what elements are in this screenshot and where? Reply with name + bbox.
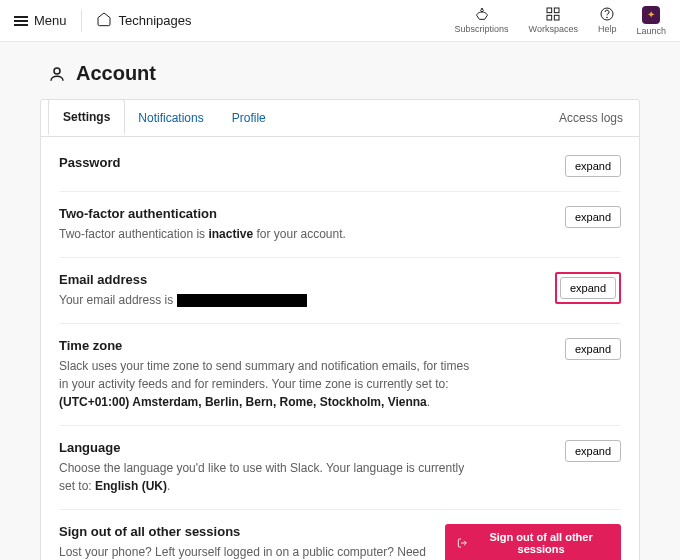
signout-desc: Lost your phone? Left yourself logged in… — [59, 543, 433, 560]
svg-rect-3 — [555, 15, 560, 20]
section-timezone: Time zone Slack uses your time zone to s… — [59, 324, 621, 426]
workspaces-button[interactable]: Workspaces — [529, 6, 578, 34]
signout-button[interactable]: Sign out of all other sessions — [445, 524, 621, 560]
timezone-title: Time zone — [59, 338, 479, 353]
svg-point-6 — [54, 68, 60, 74]
twofa-desc: Two-factor authentication is inactive fo… — [59, 225, 346, 243]
email-title: Email address — [59, 272, 307, 287]
tab-access-logs[interactable]: Access logs — [551, 101, 631, 135]
user-icon — [48, 65, 66, 83]
rocket-icon — [474, 6, 490, 22]
section-twofa: Two-factor authentication Two-factor aut… — [59, 192, 621, 258]
page-title: Account — [76, 62, 156, 85]
svg-rect-1 — [555, 8, 560, 13]
signout-icon — [457, 537, 468, 549]
divider — [81, 10, 82, 32]
help-icon — [599, 6, 615, 22]
language-title: Language — [59, 440, 479, 455]
topbar: Menu Technipages Subscriptions Workspace… — [0, 0, 680, 42]
password-expand-button[interactable]: expand — [565, 155, 621, 177]
svg-rect-0 — [547, 8, 552, 13]
workspace-name: Technipages — [119, 13, 192, 28]
sections: Password expand Two-factor authenticatio… — [41, 137, 639, 560]
section-password: Password expand — [59, 141, 621, 192]
tab-profile[interactable]: Profile — [218, 101, 280, 135]
twofa-title: Two-factor authentication — [59, 206, 346, 221]
tab-notifications[interactable]: Notifications — [124, 101, 217, 135]
subscriptions-button[interactable]: Subscriptions — [455, 6, 509, 34]
timezone-desc: Slack uses your time zone to send summar… — [59, 357, 479, 411]
email-expand-button[interactable]: expand — [560, 277, 616, 299]
email-expand-highlight: expand — [555, 272, 621, 304]
signout-title: Sign out of all other sessions — [59, 524, 433, 539]
home-icon — [96, 11, 112, 30]
tabs: Settings Notifications Profile Access lo… — [41, 100, 639, 137]
twofa-expand-button[interactable]: expand — [565, 206, 621, 228]
grid-icon — [545, 6, 561, 22]
section-signout: Sign out of all other sessions Lost your… — [59, 510, 621, 560]
menu-button[interactable]: Menu — [14, 13, 67, 28]
email-redacted — [177, 294, 307, 307]
page-header: Account — [48, 62, 640, 85]
section-email: Email address Your email address is expa… — [59, 258, 621, 324]
email-desc: Your email address is — [59, 291, 307, 309]
settings-card: Settings Notifications Profile Access lo… — [40, 99, 640, 560]
svg-rect-2 — [547, 15, 552, 20]
help-button[interactable]: Help — [598, 6, 617, 34]
section-language: Language Choose the language you'd like … — [59, 426, 621, 510]
hamburger-icon — [14, 16, 28, 26]
password-title: Password — [59, 155, 120, 170]
top-actions: Subscriptions Workspaces Help Launch — [455, 6, 666, 36]
svg-point-5 — [607, 17, 608, 18]
language-expand-button[interactable]: expand — [565, 440, 621, 462]
launch-button[interactable]: Launch — [636, 6, 666, 36]
menu-label: Menu — [34, 13, 67, 28]
workspace-home[interactable]: Technipages — [96, 11, 192, 30]
slack-icon — [642, 6, 660, 24]
page: Account Settings Notifications Profile A… — [0, 42, 680, 560]
language-desc: Choose the language you'd like to use wi… — [59, 459, 479, 495]
tab-settings[interactable]: Settings — [49, 100, 124, 136]
timezone-expand-button[interactable]: expand — [565, 338, 621, 360]
